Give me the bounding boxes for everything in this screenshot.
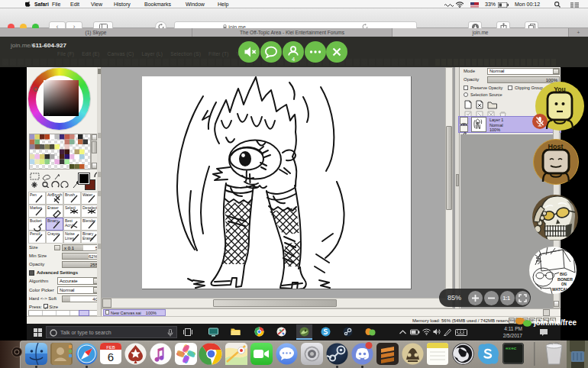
svg-text:FEB: FEB bbox=[106, 345, 115, 350]
svg-text:join.me/free: join.me/free bbox=[533, 318, 577, 327]
svg-text:ON: ON bbox=[561, 282, 567, 286]
svg-text:4: 4 bbox=[292, 56, 295, 63]
svg-text:BONER: BONER bbox=[557, 277, 573, 282]
svg-text:6: 6 bbox=[108, 350, 114, 363]
svg-text:BIG: BIG bbox=[560, 272, 567, 276]
svg-text:WATCALIA: WATCALIA bbox=[552, 287, 572, 292]
svg-text:exec: exec bbox=[506, 346, 517, 351]
